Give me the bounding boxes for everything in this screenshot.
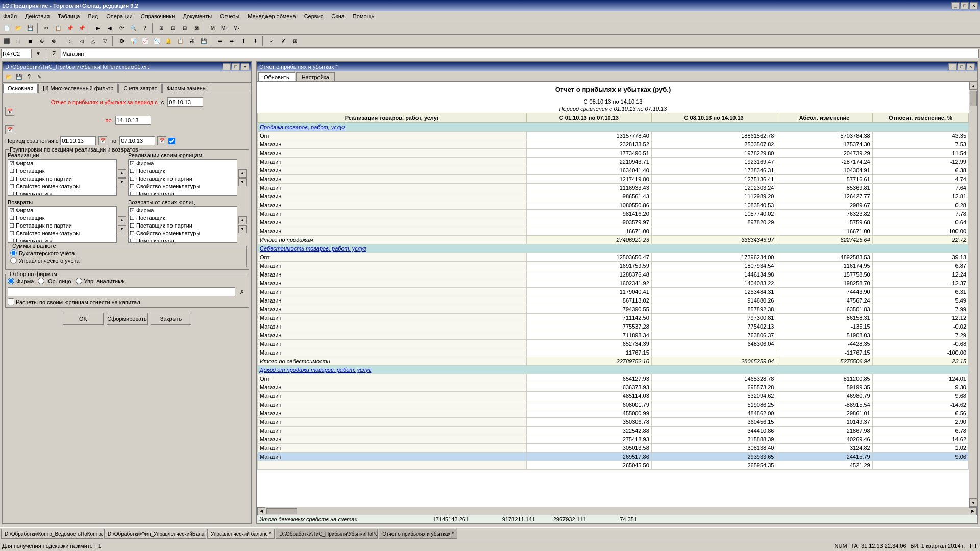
vozvrat-svoy-list[interactable]: Фирма Поставщик Поставщик по партии Свой…: [128, 206, 237, 243]
real-item-5[interactable]: Номенклатура: [8, 190, 116, 196]
tab-settings[interactable]: Настройка: [296, 72, 335, 81]
tb-save-btn[interactable]: 💾: [24, 22, 36, 34]
capital-checkbox[interactable]: [8, 298, 14, 305]
real-svoy-item-4[interactable]: Свойство номенклатуры: [129, 183, 237, 190]
tb-btn-i[interactable]: ⊠: [191, 22, 202, 34]
tb2-btn-d[interactable]: ⊕: [36, 36, 47, 47]
report-min-btn[interactable]: _: [948, 63, 957, 70]
tb-btn-g[interactable]: ⊡: [167, 22, 179, 34]
comp-from-cal[interactable]: 📅: [98, 136, 107, 145]
currency-radio2[interactable]: [10, 257, 17, 264]
vozvrat-up-btn[interactable]: ▲: [118, 216, 126, 224]
comp-to-cal[interactable]: 📅: [157, 136, 166, 145]
tb2-btn-t[interactable]: ⬆: [238, 36, 249, 47]
menu-operations[interactable]: Операции: [104, 13, 134, 20]
cell-reference[interactable]: [1, 49, 32, 58]
vozvrat-item-4[interactable]: Свойство номенклатуры: [8, 230, 116, 237]
tb-paste2-btn[interactable]: 📌: [76, 22, 87, 34]
tb-btn-h[interactable]: ⊟: [179, 22, 190, 34]
tb2-btn-q[interactable]: 💾: [198, 36, 209, 47]
hscroll-thumb[interactable]: [266, 508, 297, 514]
taskbar-item-5[interactable]: Отчет о прибылях и убытках *: [379, 529, 457, 539]
tb-btn-e[interactable]: ?: [139, 22, 151, 34]
period-from-cal[interactable]: 📅: [5, 107, 14, 116]
real-item-2[interactable]: Поставщик: [8, 167, 116, 175]
vozvrat-down-btn[interactable]: ▼: [118, 225, 126, 233]
firm-radio1[interactable]: [8, 278, 14, 284]
vozvrat-svoy-item-2[interactable]: Поставщик: [129, 214, 237, 222]
tb2-btn-b[interactable]: ◻: [13, 36, 24, 47]
tb-paste-btn[interactable]: 📌: [64, 22, 76, 34]
tb-btn-d[interactable]: 🔍: [128, 22, 139, 34]
tb-btn-b[interactable]: ◀: [104, 22, 115, 34]
report-body[interactable]: Отчет о прибылях и убытках (руб.) С 08.1…: [257, 82, 969, 507]
close-button[interactable]: Закрыть: [151, 313, 191, 325]
vozvrat-list[interactable]: Фирма Поставщик Поставщик по партии Свой…: [8, 206, 117, 243]
section-header-cell[interactable]: Доход от продажи товаров, работ, услуг: [258, 366, 969, 374]
vozvrat-svoy-up-btn[interactable]: ▲: [238, 216, 247, 224]
menu-view[interactable]: Вид: [86, 13, 100, 20]
menu-exchange[interactable]: Менеджер обмена: [246, 13, 298, 20]
taskbar-item-4[interactable]: D:\Обработки\ТиС_Прибыли\УбыткиПоРегистр…: [276, 529, 378, 539]
real-svoy-down-btn[interactable]: ▼: [238, 178, 247, 186]
real-svoy-item-5[interactable]: Номенклатура: [129, 190, 237, 196]
left-dialog-close[interactable]: ×: [241, 63, 249, 70]
left-dialog-max[interactable]: □: [232, 63, 240, 70]
tb2-btn-p[interactable]: 🖨: [186, 36, 198, 47]
panel-icon-4[interactable]: ✎: [35, 72, 44, 82]
scroll-left-btn[interactable]: ◀: [257, 507, 265, 515]
tb2-btn-i[interactable]: ▽: [100, 36, 111, 47]
real-svoy-up-btn[interactable]: ▲: [238, 169, 247, 178]
tb-btn-c[interactable]: ⟳: [116, 22, 127, 34]
tb2-btn-c[interactable]: ◼: [24, 36, 36, 47]
vozvrat-item-1[interactable]: Фирма: [8, 207, 116, 214]
tab-firms[interactable]: Фирмы замены: [162, 84, 211, 93]
comp-to-input[interactable]: [119, 136, 155, 145]
menu-actions[interactable]: Действия: [23, 13, 52, 20]
firm-filter-input[interactable]: [8, 287, 235, 296]
tb2-btn-l[interactable]: 📈: [139, 36, 151, 47]
tb2-btn-h[interactable]: △: [88, 36, 99, 47]
tb2-btn-g[interactable]: ◁: [76, 36, 87, 47]
report-scrollbar[interactable]: ▲ ▼: [969, 82, 977, 507]
panel-icon-2[interactable]: 💾: [14, 72, 23, 82]
tb2-btn-j[interactable]: ⚙: [116, 36, 127, 47]
menu-reports[interactable]: Отчеты: [218, 13, 241, 20]
real-svoy-item-3[interactable]: Поставщик по партии: [129, 175, 237, 183]
menu-references[interactable]: Справочники: [139, 13, 177, 20]
tab-filter[interactable]: [Ⅱ] Множественный фильтр: [38, 84, 118, 93]
vozvrat-item-5[interactable]: Номенклатура: [8, 237, 116, 243]
vozvrat-svoy-down-btn[interactable]: ▼: [238, 225, 247, 233]
real-svoy-item-1[interactable]: Фирма: [129, 160, 237, 167]
vozvrat-svoy-item-3[interactable]: Поставщик по партии: [129, 222, 237, 230]
minimize-btn[interactable]: _: [951, 2, 960, 9]
vozvrat-item-3[interactable]: Поставщик по партии: [8, 222, 116, 230]
comp-checkbox[interactable]: [168, 138, 175, 144]
menu-windows[interactable]: Окна: [329, 13, 347, 20]
comp-from-input[interactable]: [60, 136, 96, 145]
real-item-3[interactable]: Поставщик по партии: [8, 175, 116, 183]
tb2-btn-u[interactable]: ⬇: [250, 36, 261, 47]
taskbar-item-3[interactable]: Управленческий баланс *: [207, 529, 275, 539]
tb2-btn-n[interactable]: 🔔: [163, 36, 174, 47]
report-max-btn[interactable]: □: [958, 63, 966, 70]
menu-documents[interactable]: Документы: [181, 13, 214, 20]
tb-btn-k[interactable]: M+: [219, 22, 230, 34]
firm-radio3[interactable]: [76, 278, 82, 284]
tb2-btn-s[interactable]: ➡: [226, 36, 237, 47]
real-down-btn[interactable]: ▼: [118, 178, 126, 186]
menu-file[interactable]: Файл: [1, 13, 19, 20]
vozvrat-svoy-item-4[interactable]: Свойство номенклатуры: [129, 230, 237, 237]
tb2-btn-f[interactable]: ▷: [64, 36, 76, 47]
cell-sum-btn[interactable]: Σ: [48, 48, 60, 59]
close-btn[interactable]: ×: [970, 2, 978, 9]
section-header-cell[interactable]: Себестоимость товаров, работ, услуг: [258, 244, 969, 253]
tb-btn-a[interactable]: ▶: [92, 22, 104, 34]
scroll-right-btn[interactable]: ▶: [969, 507, 977, 515]
firm-clear-btn[interactable]: ✗: [237, 287, 247, 296]
scroll-track[interactable]: [969, 90, 977, 498]
real-list[interactable]: Фирма Поставщик Поставщик по партии Свой…: [8, 159, 117, 196]
tb2-btn-w[interactable]: ✗: [278, 36, 289, 47]
tb-btn-l[interactable]: M-: [231, 22, 242, 34]
scroll-down-btn[interactable]: ▼: [969, 498, 977, 507]
